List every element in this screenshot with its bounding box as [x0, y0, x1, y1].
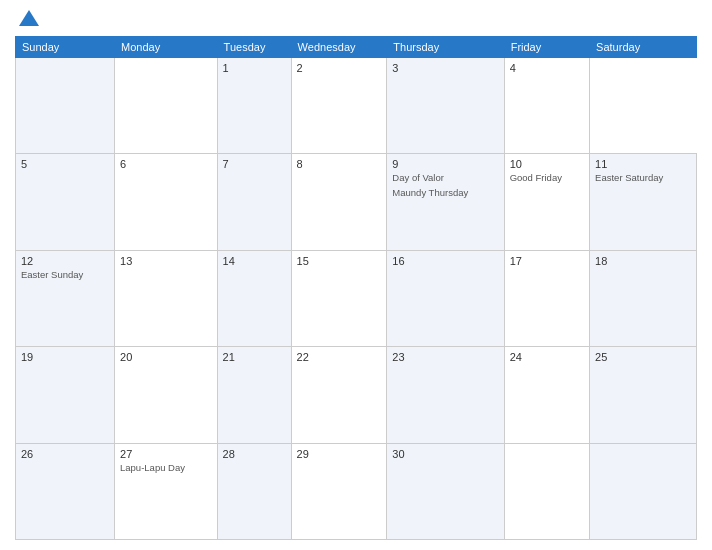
day-number: 27 — [120, 448, 212, 460]
calendar-day-cell: 27Lapu-Lapu Day — [115, 443, 218, 539]
weekday-header-wednesday: Wednesday — [291, 37, 387, 58]
event-label: Easter Saturday — [595, 172, 691, 184]
day-number: 11 — [595, 158, 691, 170]
logo — [15, 10, 39, 28]
calendar-day-cell: 12Easter Sunday — [16, 250, 115, 346]
day-number: 1 — [223, 62, 286, 74]
event-label: Day of Valor — [392, 172, 498, 184]
calendar-header — [15, 10, 697, 28]
calendar-day-cell: 26 — [16, 443, 115, 539]
weekday-header-saturday: Saturday — [590, 37, 697, 58]
calendar-day-cell — [590, 443, 697, 539]
calendar-day-cell: 5 — [16, 154, 115, 250]
calendar-day-cell: 1 — [217, 58, 291, 154]
calendar-day-cell: 8 — [291, 154, 387, 250]
calendar-day-cell: 4 — [504, 58, 589, 154]
day-number: 8 — [297, 158, 382, 170]
calendar-day-cell: 22 — [291, 347, 387, 443]
calendar-day-cell: 13 — [115, 250, 218, 346]
calendar-day-cell: 11Easter Saturday — [590, 154, 697, 250]
day-number: 17 — [510, 255, 584, 267]
day-number: 19 — [21, 351, 109, 363]
calendar-day-cell: 6 — [115, 154, 218, 250]
calendar-week-row: 56789Day of ValorMaundy Thursday10Good F… — [16, 154, 697, 250]
day-number: 24 — [510, 351, 584, 363]
weekday-header-sunday: Sunday — [16, 37, 115, 58]
day-number: 5 — [21, 158, 109, 170]
calendar-day-cell: 10Good Friday — [504, 154, 589, 250]
day-number: 6 — [120, 158, 212, 170]
weekday-header-friday: Friday — [504, 37, 589, 58]
day-number: 28 — [223, 448, 286, 460]
calendar-day-cell — [115, 58, 218, 154]
calendar-week-row: 1234 — [16, 58, 697, 154]
calendar-week-row: 12Easter Sunday131415161718 — [16, 250, 697, 346]
day-number: 21 — [223, 351, 286, 363]
weekday-header-thursday: Thursday — [387, 37, 504, 58]
calendar-week-row: 2627Lapu-Lapu Day282930 — [16, 443, 697, 539]
calendar-day-cell: 25 — [590, 347, 697, 443]
calendar-day-cell: 28 — [217, 443, 291, 539]
day-number: 14 — [223, 255, 286, 267]
day-number: 29 — [297, 448, 382, 460]
calendar-day-cell: 18 — [590, 250, 697, 346]
day-number: 12 — [21, 255, 109, 267]
day-number: 10 — [510, 158, 584, 170]
day-number: 15 — [297, 255, 382, 267]
weekday-header-monday: Monday — [115, 37, 218, 58]
calendar-day-cell: 7 — [217, 154, 291, 250]
event-label: Maundy Thursday — [392, 187, 498, 199]
logo-triangle-icon — [19, 10, 39, 26]
calendar-day-cell: 19 — [16, 347, 115, 443]
weekday-header-tuesday: Tuesday — [217, 37, 291, 58]
calendar-day-cell: 15 — [291, 250, 387, 346]
calendar-week-row: 19202122232425 — [16, 347, 697, 443]
calendar-day-cell: 17 — [504, 250, 589, 346]
calendar-day-cell: 23 — [387, 347, 504, 443]
day-number: 2 — [297, 62, 382, 74]
calendar-day-cell: 30 — [387, 443, 504, 539]
day-number: 4 — [510, 62, 584, 74]
calendar-day-cell: 2 — [291, 58, 387, 154]
calendar-day-cell: 24 — [504, 347, 589, 443]
calendar-day-cell: 16 — [387, 250, 504, 346]
calendar-day-cell — [16, 58, 115, 154]
day-number: 30 — [392, 448, 498, 460]
day-number: 18 — [595, 255, 691, 267]
day-number: 26 — [21, 448, 109, 460]
day-number: 20 — [120, 351, 212, 363]
calendar-day-cell — [504, 443, 589, 539]
day-number: 3 — [392, 62, 498, 74]
event-label: Easter Sunday — [21, 269, 109, 281]
calendar-header-row: SundayMondayTuesdayWednesdayThursdayFrid… — [16, 37, 697, 58]
calendar-day-cell: 21 — [217, 347, 291, 443]
day-number: 25 — [595, 351, 691, 363]
calendar-day-cell: 3 — [387, 58, 504, 154]
calendar-day-cell: 20 — [115, 347, 218, 443]
day-number: 13 — [120, 255, 212, 267]
event-label: Good Friday — [510, 172, 584, 184]
event-label: Lapu-Lapu Day — [120, 462, 212, 474]
day-number: 16 — [392, 255, 498, 267]
day-number: 7 — [223, 158, 286, 170]
day-number: 23 — [392, 351, 498, 363]
calendar-day-cell: 9Day of ValorMaundy Thursday — [387, 154, 504, 250]
calendar-day-cell: 14 — [217, 250, 291, 346]
calendar-day-cell: 29 — [291, 443, 387, 539]
day-number: 22 — [297, 351, 382, 363]
calendar-table: SundayMondayTuesdayWednesdayThursdayFrid… — [15, 36, 697, 540]
day-number: 9 — [392, 158, 498, 170]
calendar-page: SundayMondayTuesdayWednesdayThursdayFrid… — [0, 0, 712, 550]
